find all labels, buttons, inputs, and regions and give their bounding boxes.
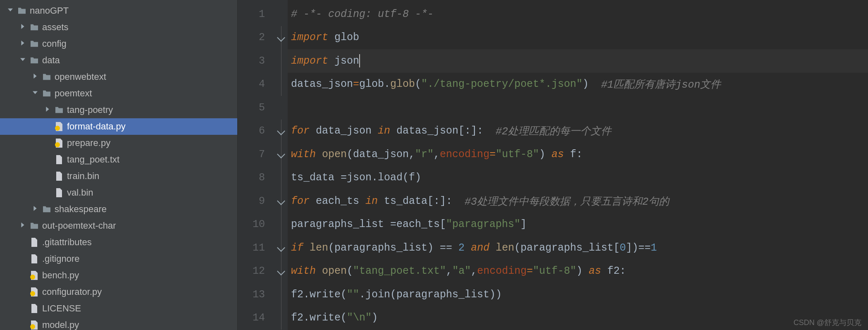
tree-data[interactable]: data bbox=[0, 52, 237, 69]
tree-label: model.py bbox=[42, 320, 79, 330]
code-line-14[interactable]: f2.write("\n") bbox=[288, 306, 868, 330]
line-number[interactable]: 11 bbox=[238, 236, 274, 260]
line-number[interactable]: 14 bbox=[238, 306, 274, 330]
fold-gutter bbox=[274, 166, 288, 190]
tree-nanogpt[interactable]: nanoGPT bbox=[0, 2, 237, 19]
code-line-1[interactable]: # -*- coding: utf-8 -*- bbox=[288, 2, 868, 26]
line-number[interactable]: 4 bbox=[238, 73, 274, 96]
file-icon bbox=[28, 238, 41, 247]
tree-format-data[interactable]: format-data.py bbox=[0, 118, 237, 135]
file-icon bbox=[28, 304, 41, 313]
line-number[interactable]: 5 bbox=[238, 96, 274, 120]
text-file-icon bbox=[53, 155, 65, 164]
folder-icon bbox=[28, 23, 41, 32]
project-tree-sidebar[interactable]: nanoGPTassetsconfigdataopenwebtextpoemte… bbox=[0, 0, 238, 330]
tree-label: prepare.py bbox=[67, 138, 110, 148]
chevron-right-icon[interactable] bbox=[17, 222, 28, 230]
code-line-8[interactable]: ts_data =json.load(f) bbox=[288, 166, 868, 190]
chevron-down-icon[interactable] bbox=[5, 7, 16, 14]
chevron-right-icon[interactable] bbox=[17, 24, 28, 31]
code-line-13[interactable]: f2.write("".join(paragraphs_list)) bbox=[288, 283, 868, 306]
tree-label: openwebtext bbox=[55, 72, 106, 82]
chevron-down-icon[interactable] bbox=[30, 90, 41, 97]
tree-configurator[interactable]: configurator.py bbox=[0, 284, 237, 300]
code-line-11[interactable]: if len(paragraphs_list) == 2 and len(par… bbox=[288, 236, 868, 260]
fold-toggle[interactable] bbox=[274, 120, 288, 143]
code-line-9[interactable]: for each_ts in ts_data[:]: #3处理文件中每段数据，只… bbox=[288, 189, 868, 213]
chevron-right-icon[interactable] bbox=[30, 206, 41, 213]
folder-icon bbox=[41, 72, 53, 81]
tree-gitattributes[interactable]: .gitattributes bbox=[0, 234, 237, 251]
folder-icon bbox=[28, 56, 41, 65]
tree-tang-poetry[interactable]: tang-poetry bbox=[0, 102, 237, 118]
code-line-5[interactable] bbox=[288, 96, 868, 120]
fold-gutter bbox=[274, 213, 288, 237]
chevron-right-icon[interactable] bbox=[17, 40, 28, 48]
tree-out-poemtext-char[interactable]: out-poemtext-char bbox=[0, 218, 237, 234]
line-number[interactable]: 1 bbox=[238, 2, 274, 26]
fold-toggle[interactable] bbox=[274, 260, 288, 283]
code-line-2[interactable]: import glob bbox=[288, 26, 868, 50]
folder-icon bbox=[41, 205, 53, 214]
tree-tang-poet[interactable]: tang_poet.txt bbox=[0, 151, 237, 168]
svg-point-2 bbox=[30, 275, 35, 280]
line-number[interactable]: 13 bbox=[238, 283, 274, 306]
text-cursor bbox=[359, 54, 360, 67]
fold-strip[interactable] bbox=[274, 0, 288, 330]
tree-label: tang_poet.txt bbox=[67, 154, 119, 165]
tree-openwebtext[interactable]: openwebtext bbox=[0, 69, 237, 85]
line-number-gutter[interactable]: 1234567891011121314 bbox=[238, 0, 274, 330]
tree-shakespeare[interactable]: shakespeare bbox=[0, 201, 237, 218]
code-line-6[interactable]: for data_json in datas_json[:]: #2处理匹配的每… bbox=[288, 120, 868, 143]
code-line-10[interactable]: paragraphs_list =each_ts["paragraphs"] bbox=[288, 213, 868, 237]
fold-gutter bbox=[274, 96, 288, 120]
binary-file-icon bbox=[53, 188, 65, 197]
tree-label: nanoGPT bbox=[30, 5, 69, 16]
tree-label: .gitattributes bbox=[42, 237, 92, 248]
tree-config[interactable]: config bbox=[0, 36, 237, 52]
fold-gutter bbox=[274, 73, 288, 96]
tree-train-bin[interactable]: train.bin bbox=[0, 168, 237, 184]
tree-label: format-data.py bbox=[67, 121, 126, 132]
fold-gutter bbox=[274, 283, 288, 306]
python-file-icon bbox=[53, 122, 65, 131]
tree-label: poemtext bbox=[55, 88, 92, 99]
line-number[interactable]: 8 bbox=[238, 166, 274, 190]
line-number[interactable]: 2 bbox=[238, 26, 274, 50]
folder-icon bbox=[28, 39, 41, 48]
tree-label: data bbox=[42, 55, 60, 66]
line-number[interactable]: 7 bbox=[238, 143, 274, 166]
line-number[interactable]: 10 bbox=[238, 213, 274, 237]
chevron-right-icon[interactable] bbox=[42, 106, 53, 114]
tree-label: bench.py bbox=[42, 270, 79, 281]
chevron-down-icon[interactable] bbox=[17, 57, 28, 64]
tree-model[interactable]: model.py bbox=[0, 317, 237, 330]
fold-gutter bbox=[274, 49, 288, 73]
code-area[interactable]: # -*- coding: utf-8 -*- import glob impo… bbox=[288, 0, 868, 330]
code-line-12[interactable]: with open("tang_poet.txt","a",encoding="… bbox=[288, 260, 868, 283]
fold-toggle[interactable] bbox=[274, 26, 288, 50]
tree-val-bin[interactable]: val.bin bbox=[0, 184, 237, 201]
line-number[interactable]: 6 bbox=[238, 120, 274, 143]
fold-toggle[interactable] bbox=[274, 189, 288, 213]
python-file-icon bbox=[28, 287, 41, 297]
tree-gitignore[interactable]: .gitignore bbox=[0, 251, 237, 267]
fold-toggle[interactable] bbox=[274, 236, 288, 260]
tree-label: shakespeare bbox=[55, 204, 107, 215]
tree-prepare[interactable]: prepare.py bbox=[0, 135, 237, 151]
line-number[interactable]: 9 bbox=[238, 189, 274, 213]
tree-bench[interactable]: bench.py bbox=[0, 267, 237, 284]
tree-label: assets bbox=[42, 22, 69, 33]
tree-assets[interactable]: assets bbox=[0, 19, 237, 36]
tree-label: tang-poetry bbox=[67, 105, 113, 115]
tree-poemtext[interactable]: poemtext bbox=[0, 85, 237, 102]
line-number[interactable]: 12 bbox=[238, 260, 274, 283]
code-line-4[interactable]: datas_json=glob.glob("./tang-poetry/poet… bbox=[288, 73, 868, 96]
code-line-3[interactable]: import json bbox=[288, 49, 868, 73]
code-line-7[interactable]: with open(data_json,"r",encoding="utf-8"… bbox=[288, 143, 868, 166]
tree-license[interactable]: LICENSE bbox=[0, 300, 237, 317]
line-number[interactable]: 3 bbox=[238, 49, 274, 73]
code-editor[interactable]: 1234567891011121314 # -*- coding: utf-8 … bbox=[238, 0, 868, 330]
fold-toggle[interactable] bbox=[274, 143, 288, 166]
chevron-right-icon[interactable] bbox=[30, 73, 41, 81]
